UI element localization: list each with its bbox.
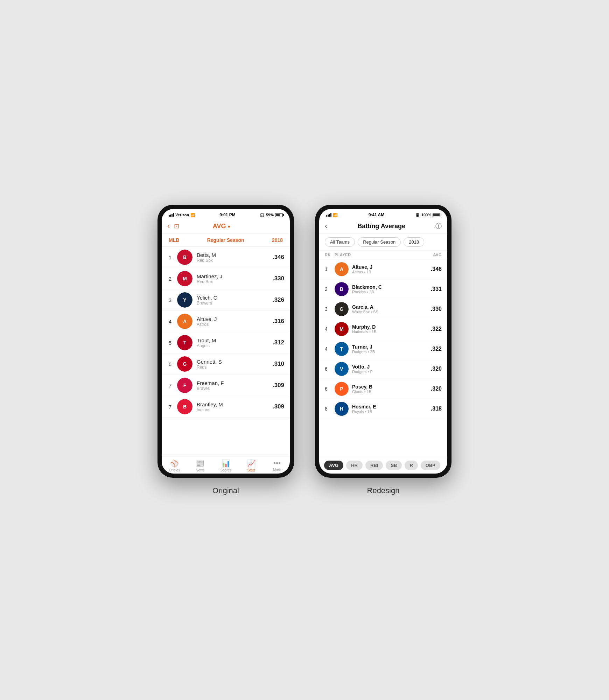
status-bar-original: Verizon 📶 9:01 PM 🎧 59% [162,209,290,219]
r-info-murphy: Murphy, D Nationals • 1B [352,324,427,334]
tab-orioles[interactable]: ⚾ Orioles [162,459,187,472]
stat-tab-avg[interactable]: AVG [324,461,343,470]
r-info-posey: Posey, B Giants • 1B [352,384,427,394]
redesign-phone: 📶 9:41 AM 📱 100% ‹ Batting Average [315,205,451,478]
redesign-player-list: 1 A Altuve, J Astros • 1B .346 2 B Black… [319,259,447,457]
tab-news[interactable]: 📰 News [187,459,213,472]
filter-season[interactable]: Regular Season [207,237,244,243]
player-row[interactable]: 6 G Gennett, S Reds .310 [162,354,290,375]
redesign-nav-bar: ‹ Batting Average ⓘ [319,219,447,234]
tab-stats[interactable]: 📈 Stats [239,459,264,472]
player-row[interactable]: 5 T Trout, M Angels .312 [162,332,290,354]
player-stat: .312 [273,339,284,346]
player-info-freeman: Freeman, F Braves [197,380,268,391]
player-row[interactable]: 2 M Martinez, J Red Sox .330 [162,268,290,289]
chip-year[interactable]: 2018 [404,237,424,247]
stat-tab-rbi[interactable]: RBI [365,461,383,470]
r-info-altuve: Altuve, J Astros • 1B [352,264,427,274]
filter-row: MLB Regular Season 2018 [162,234,290,247]
battery-pct: 59% [266,213,274,217]
back-button-r[interactable]: ‹ [325,222,327,231]
filter-year[interactable]: 2018 [272,237,283,243]
original-phone-wrapper: Verizon 📶 9:01 PM 🎧 59% ‹ [158,205,294,495]
signal-bar-1 [169,215,170,217]
player-name: Altuve, J [197,316,268,322]
avatar-betts: B [177,250,192,265]
redesign-player-row[interactable]: 8 H Hosmer, E Royals • 1B .318 [319,399,447,419]
r-info-hosmer: Hosmer, E Royals • 1B [352,404,427,414]
player-row[interactable]: 1 B Betts, M Red Sox .346 [162,247,290,268]
stat-tab-sb[interactable]: SB [386,461,402,470]
redesign-player-row[interactable]: 4 M Murphy, D Nationals • 1B .322 [319,319,447,339]
signal-bar-r1 [326,215,327,217]
r-name: Turner, J [352,344,427,350]
redesign-phone-wrapper: 📶 9:41 AM 📱 100% ‹ Batting Average [315,205,451,495]
col-player: PLAYER [335,253,426,257]
player-row[interactable]: 7 F Freeman, F Braves .309 [162,375,290,396]
stat-tabs: AVG HR RBI SB R OBP [319,457,447,474]
r-team: Royals • 1B [352,410,427,414]
r-stat: .330 [431,306,442,312]
chip-all-teams[interactable]: All Teams [325,237,355,247]
tab-more[interactable]: ••• More [264,459,290,472]
r-avatar-murphy: M [335,322,349,336]
r-avatar-turner: T [335,342,349,356]
r-name: Murphy, D [352,324,427,330]
r-rank-4a: 4 [325,326,331,332]
status-right: 🎧 59% [260,213,283,217]
r-name: Garcia, A [352,304,427,310]
status-right-r: 📱 100% [415,213,440,217]
signal-bar-r3 [329,214,330,217]
battery-pct-r: 100% [421,213,431,217]
time-display-r: 9:41 AM [369,212,385,217]
avatar-brantley: B [177,399,192,414]
r-name: Altuve, J [352,264,427,270]
player-info-gennett: Gennett, S Reds [197,359,268,370]
redesign-player-row[interactable]: 2 B Blackmon, C Rockies • 2B .331 [319,279,447,299]
r-name: Blackmon, C [352,284,427,290]
player-row[interactable]: 3 Y Yelich, C Brewers .326 [162,289,290,311]
player-row[interactable]: 4 A Altuve, J Astros .316 [162,311,290,332]
signal-bar-r4 [330,213,331,217]
stat-tab-obp[interactable]: OBP [421,461,440,470]
r-name: Hosmer, E [352,404,427,410]
avatar-freeman: F [177,378,192,393]
r-rank-8: 8 [325,406,331,412]
redesign-player-row[interactable]: 3 G Garcia, A White Sox • SS .330 [319,299,447,319]
back-button[interactable]: ‹ [167,222,170,231]
r-rank-1: 1 [325,266,331,272]
info-button[interactable]: ⓘ [435,222,442,230]
stat-tab-r[interactable]: R [405,461,418,470]
battery-level-r [433,214,440,216]
player-stat: .309 [273,382,284,389]
player-name: Yelich, C [197,295,268,301]
chevron-down-icon: ▾ [228,224,230,229]
player-info-brantley: Brantley, M Indians [197,401,268,412]
redesign-player-row[interactable]: 6 P Posey, B Giants • 1B .320 [319,379,447,399]
stat-tab-hr[interactable]: HR [346,461,363,470]
filter-league[interactable]: MLB [169,237,179,243]
cast-button[interactable]: ⊡ [174,222,179,230]
redesign-player-row[interactable]: 6 V Votto, J Dodgers • P .320 [319,359,447,379]
rank-6: 6 [167,361,173,367]
player-team: Astros [197,322,268,327]
player-stat: .330 [273,275,284,282]
rank-2: 2 [167,276,173,282]
redesign-screen: 📶 9:41 AM 📱 100% ‹ Batting Average [319,209,447,474]
r-info-garcia: Garcia, A White Sox • SS [352,304,427,314]
rank-3: 3 [167,297,173,303]
redesign-player-row[interactable]: 4 T Turner, J Dodgers • 2B .322 [319,339,447,359]
tab-scores-label: Scores [220,468,231,472]
signal-bar-2 [170,215,171,217]
tab-scores[interactable]: 📊 Scores [213,459,238,472]
redesign-player-row[interactable]: 1 A Altuve, J Astros • 1B .346 [319,259,447,279]
player-name: Gennett, S [197,359,268,365]
avatar-gennett: G [177,356,192,372]
r-avatar-posey: P [335,382,349,396]
player-row[interactable]: 7 B Brantley, M Indians .309 [162,396,290,418]
filter-chips: All Teams Regular Season 2018 [319,234,447,251]
orioles-icon: ⚾ [170,459,179,468]
nav-title[interactable]: AVG ▾ [179,223,263,230]
chip-season[interactable]: Regular Season [358,237,401,247]
player-stat: .310 [273,360,284,368]
